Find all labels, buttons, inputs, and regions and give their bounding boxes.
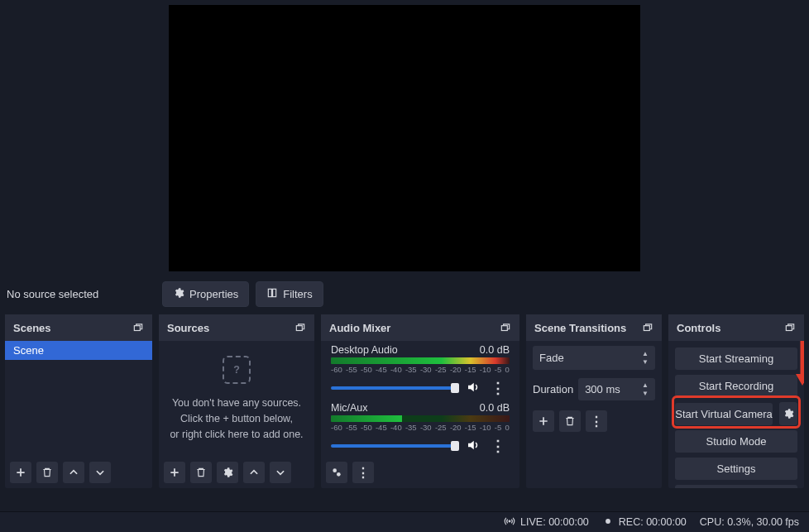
audio-meter [331,415,510,422]
record-icon [602,515,614,530]
add-scene-button[interactable] [10,462,31,483]
source-up-button[interactable] [243,462,265,483]
advanced-audio-button[interactable] [326,462,347,483]
transitions-panel: Scene Transitions Fade ▲▼ Duration 300 m… [526,314,662,488]
transition-value: Fade [539,352,564,364]
controls-panel: Controls Start Streaming Start Recording… [668,314,804,488]
transition-menu-button[interactable]: ⋮ [586,410,607,432]
source-down-button[interactable] [270,462,291,483]
no-source-label: No source selected [7,288,162,300]
channel-menu-icon[interactable]: ⋮ [487,437,510,455]
filters-icon [266,287,278,301]
svg-rect-0 [269,289,272,296]
svg-point-5 [333,468,337,472]
start-streaming-button[interactable]: Start Streaming [675,347,797,370]
volume-slider[interactable] [331,386,459,390]
svg-rect-4 [501,326,507,331]
spinner-icon: ▲▼ [642,350,649,366]
meter-ticks: -60-55-50-45-40-35-30-25-20-15-10-50 [331,423,510,432]
svg-point-6 [337,472,341,477]
start-virtual-camera-button[interactable]: Start Virtual Camera [675,403,773,425]
scene-item[interactable]: Scene [5,341,152,360]
channel-name: Desktop Audio [331,344,398,356]
mixer-title: Audio Mixer [329,322,390,334]
popout-icon[interactable] [642,322,653,333]
channel-name: Mic/Aux [331,402,367,414]
meter-ticks: -60-55-50-45-40-35-30-25-20-15-10-50 [331,365,510,374]
svg-point-10 [606,519,610,524]
scenes-title: Scenes [13,322,51,334]
delete-transition-button[interactable] [559,410,581,432]
gear-icon [173,287,184,301]
popout-icon[interactable] [500,322,511,333]
scene-down-button[interactable] [89,462,111,483]
scene-up-button[interactable] [63,462,84,483]
popout-icon[interactable] [132,322,144,333]
svg-rect-2 [134,326,140,331]
transition-select[interactable]: Fade ▲▼ [533,346,655,370]
status-bar: LIVE: 00:00:00 REC: 00:00:00 CPU: 0.3%, … [0,511,809,532]
status-rec: REC: 00:00:00 [602,515,687,530]
channel-level: 0.0 dB [480,344,510,356]
mixer-channel: Desktop Audio 0.0 dB -60-55-50-45-40-35-… [321,341,519,399]
duration-value: 300 ms [585,383,620,395]
delete-source-button[interactable] [190,462,212,483]
transitions-title: Scene Transitions [534,322,626,334]
audio-meter [331,357,510,364]
help-icon: ? [223,356,251,384]
virtual-camera-settings-button[interactable] [779,402,797,425]
svg-rect-8 [786,326,792,331]
speaker-icon[interactable] [466,380,481,397]
popout-icon[interactable] [294,322,306,333]
filters-label: Filters [283,288,312,300]
properties-button[interactable]: Properties [162,281,249,307]
filters-button[interactable]: Filters [256,281,323,307]
studio-mode-button[interactable]: Studio Mode [675,430,797,453]
duration-label: Duration [533,383,573,395]
delete-scene-button[interactable] [36,462,58,483]
mixer-channel: Mic/Aux 0.0 dB -60-55-50-45-40-35-30-25-… [321,399,519,457]
audio-mixer-panel: Audio Mixer Desktop Audio 0.0 dB -60-55-… [321,314,519,488]
sources-panel: Sources ? You don't have any sources. Cl… [159,314,314,488]
channel-level: 0.0 dB [480,402,510,414]
sources-title: Sources [167,322,209,334]
channel-menu-icon[interactable]: ⋮ [487,379,510,397]
svg-rect-3 [296,326,302,331]
source-properties-button[interactable] [217,462,238,483]
mixer-menu-button[interactable]: ⋮ [352,462,374,483]
controls-title: Controls [677,322,720,334]
status-live: LIVE: 00:00:00 [504,515,589,530]
speaker-icon[interactable] [466,438,481,455]
sources-list[interactable]: ? You don't have any sources. Click the … [159,341,314,457]
scenes-panel: Scenes Scene [5,314,152,488]
popout-icon[interactable] [784,322,796,333]
status-cpu: CPU: 0.3%, 30.00 fps [700,516,799,528]
settings-button[interactable]: Settings [675,458,797,480]
svg-rect-1 [273,289,276,296]
add-source-button[interactable] [164,462,185,483]
broadcast-icon [504,515,515,530]
spinner-icon: ▲▼ [642,381,649,397]
svg-rect-7 [644,326,649,331]
volume-slider[interactable] [331,444,459,448]
svg-point-9 [509,520,510,522]
duration-input[interactable]: 300 ms ▲▼ [578,378,655,400]
preview-area [0,0,809,273]
preview-canvas[interactable] [169,5,640,271]
add-transition-button[interactable] [533,410,554,432]
sources-empty: ? You don't have any sources. Click the … [159,341,314,442]
source-toolbar: No source selected Properties Filters [0,273,809,314]
properties-label: Properties [189,288,238,300]
start-recording-button[interactable]: Start Recording [675,375,797,397]
exit-button[interactable]: Exit [675,485,797,488]
